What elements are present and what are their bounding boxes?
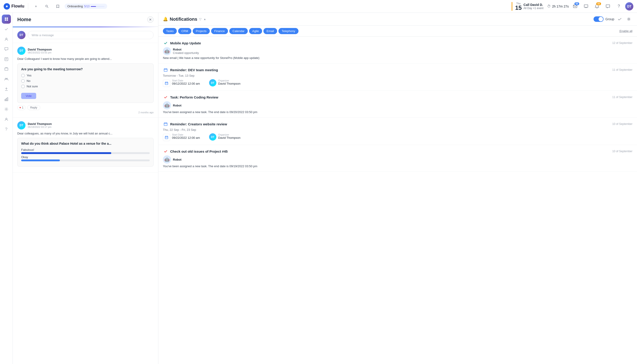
main-layout: ? Home ✕ DT Write a message DT David (0, 13, 637, 364)
notif-item-1-robot-avatar: 🤖 (163, 47, 171, 55)
svg-rect-20 (164, 69, 167, 72)
notif-item-3[interactable]: Task: Perform Coding Review 11 of Septem… (158, 91, 637, 118)
notif-header-right: Group (594, 16, 632, 23)
post-1-header: DT David Thompson 08/23/2022 03:55 pm (17, 47, 154, 55)
filter-icon[interactable]: ▽ (199, 17, 202, 21)
add-button[interactable]: + (32, 2, 40, 10)
poll-option-no[interactable]: No (21, 79, 150, 83)
filter-tab-telephony[interactable]: Telephony (278, 28, 298, 34)
svg-rect-16 (7, 98, 8, 101)
sidebar-item-contacts[interactable] (2, 34, 11, 44)
cal-event: Call David D. All Day +1 event (524, 3, 544, 10)
cal-event-sub: All Day +1 event (524, 6, 544, 10)
svg-rect-5 (6, 18, 8, 19)
sidebar-item-question[interactable]: ? (2, 125, 11, 134)
poll-radio-yes (21, 74, 25, 77)
notif-item-2-detail-grid: Start Date 09/12/2022 12:00 am DT Organi… (163, 79, 632, 87)
notif-item-1-sender-row: 🤖 Robot Created opportunity (163, 47, 632, 55)
sidebar-item-gear[interactable] (2, 105, 11, 114)
notif-item-1-title: Mobile App Update (170, 41, 201, 45)
comment-button[interactable] (603, 2, 612, 11)
svg-rect-7 (6, 19, 8, 21)
logo[interactable]: Flowlu (4, 3, 24, 10)
notif-item-3-date: 11 of September (612, 96, 632, 99)
notif-item-5-body: You've been assigned a new task. The end… (163, 164, 632, 168)
sidebar-item-messages[interactable] (2, 44, 11, 54)
notif-item-4-org-label: Organizer (218, 133, 240, 136)
sidebar-item-projects[interactable] (2, 64, 11, 74)
notif-settings-button[interactable] (625, 16, 632, 23)
post-2-author: David Thompson (28, 122, 52, 126)
notif-item-2-start-label: Start Date (172, 79, 200, 82)
sidebar-item-chart[interactable] (2, 95, 11, 104)
post-1-text: Dear Colleagues! I want to know how many… (17, 57, 154, 61)
notif-item-5-title: Check out old issues of Project #45 (170, 150, 228, 153)
svg-point-19 (628, 18, 630, 20)
sidebar-item-tasks[interactable] (2, 24, 11, 34)
notif-item-5[interactable]: Check out old issues of Project #45 10 o… (158, 145, 637, 172)
post-1-author: David Thompson (28, 48, 52, 51)
onboarding-pill[interactable]: Onboarding 5/13 (64, 4, 107, 9)
notif-item-1-sender-info: Robot Created opportunity (173, 48, 199, 54)
notif-item-2-header: Reminder: DEV team meeting 11 of Septemb… (163, 67, 632, 72)
notif-item-3-title: Task: Perform Coding Review (170, 95, 218, 99)
group-toggle[interactable] (594, 16, 604, 22)
vote-button[interactable]: Vote (21, 93, 36, 99)
toggle-knob (598, 17, 603, 22)
chat-button[interactable] (582, 2, 590, 11)
notif-item-4-cal-icon (163, 134, 170, 141)
filter-tabs: Tasks CRM Projects Finance Calendar Agil… (158, 26, 637, 37)
notif-item-2-sub: Tomorrow - Tue, 13 Sep (163, 74, 632, 77)
collapse-icon[interactable]: ▲ (204, 18, 206, 21)
message-input[interactable]: Write a message (28, 31, 154, 39)
poll-option-notsure[interactable]: Not sure (21, 85, 150, 88)
notif-item-1[interactable]: Mobile App Update 12 of September 🤖 Robo… (158, 37, 637, 64)
onboarding-label: Onboarding (67, 4, 83, 8)
message-placeholder: Write a message (32, 34, 54, 37)
post-2-text: Dear colleagues, as many of you know, in… (17, 131, 154, 136)
svg-rect-9 (5, 58, 8, 61)
heart-reaction-button[interactable]: ♥ 1 (17, 105, 26, 110)
bookmark-button[interactable] (54, 2, 62, 10)
sidebar-item-home[interactable] (2, 14, 11, 24)
notif-item-4[interactable]: Reminder: Creators website review 10 of … (158, 118, 637, 145)
filter-tab-calendar[interactable]: Calendar (229, 28, 248, 34)
post-1-meta: David Thompson 08/23/2022 03:55 pm (28, 48, 52, 54)
enable-all-link[interactable]: Enable all (620, 29, 632, 33)
notif-item-4-date: 10 of September (612, 122, 632, 126)
mail-button[interactable]: 50 (570, 2, 580, 11)
sidebar-item-upload[interactable] (2, 85, 11, 94)
notif-item-2[interactable]: Reminder: DEV team meeting 11 of Septemb… (158, 64, 637, 91)
notif-title: Notifications (170, 16, 197, 22)
bell-button[interactable]: 93 (592, 2, 602, 11)
notif-item-4-start-val: 09/22/2022 12:00 am (172, 136, 200, 140)
timer-text: 2h 17m 27s (552, 4, 569, 8)
filter-tab-crm[interactable]: CRM (178, 28, 191, 34)
reply-button[interactable]: Reply (27, 105, 40, 110)
search-button[interactable] (43, 2, 51, 10)
poll-option-yes[interactable]: Yes (21, 74, 150, 77)
sidebar-item-people[interactable] (2, 74, 11, 84)
notif-item-2-org-col: DT Organizer David Thompson (209, 79, 240, 87)
notif-item-3-body: You've been assigned a new task. The end… (163, 110, 632, 114)
notif-item-1-action: Created opportunity (173, 51, 199, 54)
help-button[interactable]: ? (614, 2, 623, 11)
mark-read-button[interactable] (616, 16, 623, 23)
notif-item-3-sender-name: Robot (173, 104, 182, 107)
message-input-area: DT Write a message (13, 27, 158, 43)
poll-label-no: No (26, 79, 30, 82)
filter-tab-tasks[interactable]: Tasks (163, 28, 177, 34)
bar-poll-card: What do you think about Palace Hotel as … (17, 138, 154, 166)
filter-tab-finance[interactable]: Finance (211, 28, 228, 34)
poll-question-1: Are you going to the meeting tomorrow? (21, 67, 150, 71)
notif-item-4-start-label: Start Date (172, 133, 200, 136)
filter-tab-projects[interactable]: Projects (193, 28, 210, 34)
post-1-date: 08/23/2022 03:55 pm (28, 51, 52, 54)
sidebar-item-notes[interactable] (2, 54, 11, 64)
user-avatar[interactable]: DT (625, 2, 633, 10)
filter-tab-agile[interactable]: Agile (249, 28, 262, 34)
sidebar-item-users[interactable] (2, 115, 11, 124)
close-home-button[interactable]: ✕ (147, 16, 154, 23)
filter-tab-email[interactable]: Email (264, 28, 277, 34)
notif-title-icon: 🔔 (163, 16, 168, 22)
